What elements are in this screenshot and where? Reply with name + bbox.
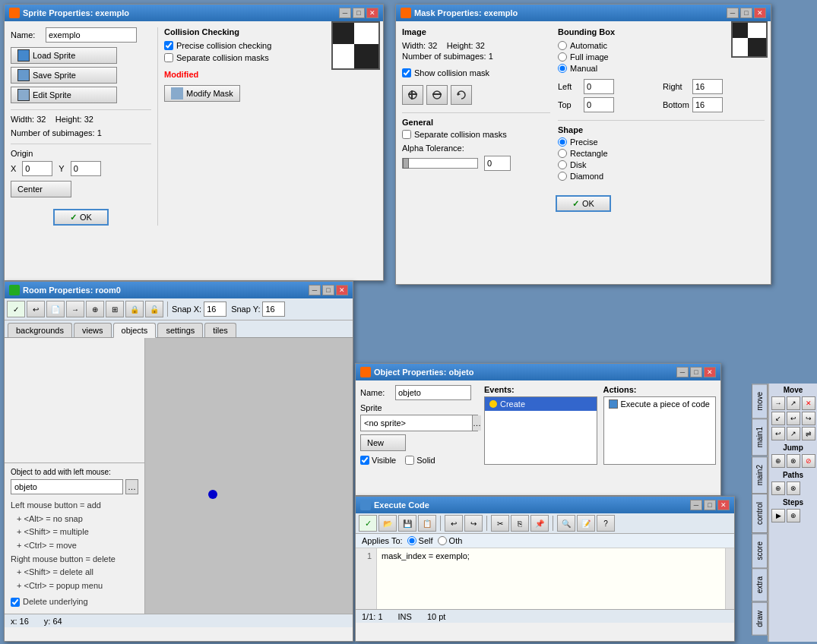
tab-move[interactable]: move	[752, 384, 768, 418]
zoom-out-btn[interactable]	[426, 85, 448, 105]
exec-script[interactable]: 📝	[577, 515, 595, 532]
exec-redo[interactable]: ↪	[464, 515, 483, 532]
tab-extra[interactable]: extra	[752, 568, 768, 601]
manual-radio[interactable]	[558, 64, 567, 73]
exec-copy[interactable]: ⎘	[511, 515, 529, 532]
obj-name-input[interactable]	[11, 479, 123, 494]
action-btn-2[interactable]: ↗	[787, 396, 800, 410]
mask-close[interactable]: ✕	[754, 8, 766, 18]
exec-save[interactable]: 💾	[398, 515, 416, 532]
modify-mask-btn[interactable]: Modify Mask	[164, 85, 240, 102]
tab-main2[interactable]: main2	[752, 456, 768, 494]
jump-btn-2[interactable]: ⊗	[787, 454, 800, 468]
mask-ok-btn[interactable]: ✓ OK	[556, 195, 611, 212]
unlock-btn[interactable]: 🔓	[145, 301, 163, 317]
add-btn[interactable]: ⊕	[86, 301, 104, 317]
obj-name-field[interactable]	[395, 385, 471, 400]
close-btn[interactable]: ✕	[366, 8, 378, 18]
tab-views[interactable]: views	[74, 323, 112, 337]
room-min[interactable]: ─	[309, 285, 321, 295]
bottom-input[interactable]	[692, 97, 723, 112]
delete-underlying-check[interactable]	[11, 598, 20, 607]
sprite-name-disp[interactable]	[361, 415, 472, 431]
show-collision-check[interactable]	[402, 68, 411, 77]
top-input[interactable]	[584, 97, 614, 112]
tab-control[interactable]: control	[752, 494, 768, 533]
obj-max[interactable]: □	[690, 367, 702, 377]
diamond-radio[interactable]	[558, 172, 567, 181]
action-btn-6[interactable]: ↪	[802, 412, 815, 425]
shift-btn[interactable]: ⊞	[106, 301, 124, 317]
action-btn-7[interactable]: ↩	[771, 427, 785, 440]
steps-btn-2[interactable]: ⊕	[787, 509, 800, 522]
action-btn-9[interactable]: ⇌	[802, 427, 815, 440]
exec-open[interactable]: 📂	[378, 515, 397, 532]
action-btn-1[interactable]: →	[771, 396, 785, 410]
origin-y-input[interactable]	[71, 161, 101, 176]
origin-x-input[interactable]	[22, 161, 52, 176]
tab-tiles[interactable]: tiles	[204, 323, 236, 337]
mask-props-titlebar[interactable]: Mask Properties: exemplo ─ □ ✕	[396, 5, 771, 21]
sprite-name-input[interactable]	[46, 27, 137, 43]
tab-score[interactable]: score	[752, 533, 768, 568]
paths-btn-1[interactable]: ⊕	[771, 481, 785, 495]
action-btn-4[interactable]: ↙	[771, 412, 785, 425]
self-radio[interactable]	[407, 536, 416, 545]
disk-radio[interactable]	[558, 160, 567, 169]
save-sprite-btn[interactable]: Save Sprite	[11, 67, 117, 84]
room-close[interactable]: ✕	[336, 285, 348, 295]
oth-radio[interactable]	[438, 536, 447, 545]
precise-collision-check[interactable]	[164, 41, 173, 50]
lock-btn[interactable]: 🔒	[125, 301, 144, 317]
steps-btn-1[interactable]: ▶	[771, 509, 785, 522]
separate-collision-check[interactable]	[402, 130, 411, 139]
mask-maximize[interactable]: □	[740, 8, 752, 18]
tab-backgrounds[interactable]: backgrounds	[8, 323, 72, 337]
automatic-radio[interactable]	[558, 41, 567, 50]
create-event[interactable]: Create	[485, 397, 597, 411]
undo-btn[interactable]: ↩	[27, 301, 45, 317]
center-btn[interactable]: Center	[11, 181, 71, 197]
right-input[interactable]	[692, 79, 723, 94]
tab-objects[interactable]: objects	[113, 323, 157, 338]
precise-radio[interactable]	[558, 137, 567, 147]
alpha-slider[interactable]	[402, 158, 478, 169]
tab-settings[interactable]: settings	[157, 323, 203, 337]
arrow-btn[interactable]: →	[66, 301, 84, 317]
exec-paste[interactable]: 📌	[530, 515, 549, 532]
actions-list[interactable]: Execute a piece of code	[603, 396, 717, 465]
action-btn-3[interactable]: ✕	[802, 396, 815, 410]
obj-props-titlebar[interactable]: Object Properties: objeto ─ □ ✕	[356, 364, 720, 380]
ok-btn[interactable]: ✓ OK	[53, 209, 109, 226]
exec-max[interactable]: □	[704, 500, 716, 510]
action-btn-8[interactable]: ↗	[787, 427, 800, 440]
new-room-btn[interactable]: 📄	[46, 301, 65, 317]
sprite-browse-btn[interactable]: …	[472, 415, 481, 431]
events-list[interactable]: Create	[484, 396, 597, 465]
paths-btn-2[interactable]: ⊗	[787, 481, 800, 495]
reset-btn[interactable]	[451, 85, 472, 105]
solid-check[interactable]	[405, 456, 414, 465]
edit-sprite-btn[interactable]: Edit Sprite	[11, 87, 117, 103]
jump-btn-1[interactable]: ⊕	[771, 454, 785, 468]
alpha-input[interactable]	[484, 156, 511, 171]
jump-btn-3[interactable]: ⊘	[802, 454, 815, 468]
exec-close[interactable]: ✕	[717, 500, 730, 510]
tab-main1[interactable]: main1	[752, 418, 768, 456]
sprite-props-titlebar[interactable]: Sprite Properties: exemplo ─ □ ✕	[5, 5, 383, 21]
mask-minimize[interactable]: ─	[727, 8, 739, 18]
exec-code-titlebar[interactable]: Execute Code ─ □ ✕	[356, 497, 734, 513]
obj-browse-btn[interactable]: …	[125, 479, 138, 494]
exec-search[interactable]: 🔍	[557, 515, 575, 532]
visible-check[interactable]	[360, 456, 369, 465]
minimize-btn[interactable]: ─	[339, 8, 351, 18]
exec-save2[interactable]: 📋	[418, 515, 436, 532]
room-props-titlebar[interactable]: Room Properties: room0 ─ □ ✕	[5, 282, 353, 298]
tab-draw[interactable]: draw	[752, 602, 768, 636]
exec-cut[interactable]: ✂	[491, 515, 509, 532]
obj-min[interactable]: ─	[676, 367, 689, 377]
full-image-radio[interactable]	[558, 52, 567, 62]
exec-min[interactable]: ─	[690, 500, 702, 510]
left-input[interactable]	[584, 79, 614, 94]
new-sprite-btn[interactable]: New	[360, 434, 406, 451]
